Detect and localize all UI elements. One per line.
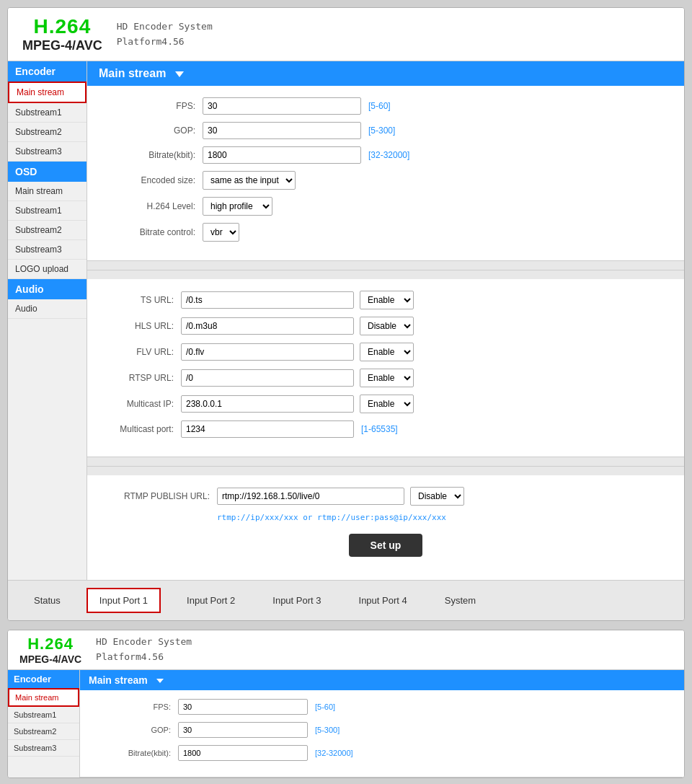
bitrate-input-2[interactable]: [178, 745, 308, 761]
sidebar-item-substream1[interactable]: Substream1: [8, 103, 86, 123]
bitrate-label-2: Bitrate(kbit):: [92, 749, 178, 757]
setup-btn-container: Set up: [102, 534, 670, 557]
gop-label: GOP:: [102, 125, 203, 136]
sidebar-item-main-stream[interactable]: Main stream: [8, 82, 86, 103]
sidebar-osd-header[interactable]: OSD: [8, 162, 86, 182]
bitrate-control-select[interactable]: vbr cbr: [203, 223, 239, 242]
encoded-size-row: Encoded size: same as the input 1920x108…: [102, 171, 670, 190]
bitrate-input[interactable]: [203, 146, 361, 164]
sidebar-item-substream3[interactable]: Substream3: [8, 142, 86, 162]
bitrate-control-label: Bitrate control:: [102, 227, 203, 237]
sidebar-osd-substream2[interactable]: Substream2: [8, 221, 86, 240]
header-info-2: HD Encoder System Platform4.56: [96, 635, 192, 665]
fps-label-2: FPS:: [92, 702, 178, 711]
hls-url-select[interactable]: Disable Enable: [360, 317, 414, 335]
header-info-line1: HD Encoder System: [117, 19, 213, 35]
flv-url-input[interactable]: [181, 343, 354, 361]
setup-button[interactable]: Set up: [349, 534, 423, 557]
header-info-line2: Platform4.56: [117, 35, 213, 50]
sidebar-item-substream2-2[interactable]: Substream2: [8, 723, 79, 740]
tab-input-port-3[interactable]: Input Port 3: [261, 589, 332, 612]
content-area-1: Encoder Main stream Substream1 Substream…: [8, 61, 684, 580]
sidebar-item-substream3-2[interactable]: Substream3: [8, 740, 79, 757]
header-info2-line2: Platform4.56: [96, 650, 192, 665]
page-wrapper: H.264 MPEG-4/AVC HD Encoder System Platf…: [0, 0, 692, 784]
gop-label-2: GOP:: [92, 726, 178, 734]
rtmp-row: RTMP PUBLISH URL: Disable Enable: [102, 487, 670, 506]
tab-input-port-4[interactable]: Input Port 4: [347, 589, 419, 612]
ts-url-select[interactable]: Enable Disable: [360, 291, 414, 309]
sidebar-item-substream1-2[interactable]: Substream1: [8, 707, 79, 723]
rtmp-hint: rtmp://ip/xxx/xxx or rtmp://user:pass@ip…: [217, 513, 670, 522]
rtsp-url-label: RTSP URL:: [102, 373, 181, 383]
hls-url-input[interactable]: [181, 317, 354, 335]
panel-2: H.264 MPEG-4/AVC HD Encoder System Platf…: [7, 630, 685, 778]
h264-level-select[interactable]: high profile main profile baseline: [203, 197, 272, 216]
main-panel-2: Main stream FPS: [5-60] GOP: [5-300]: [80, 670, 684, 778]
sidebar-1: Encoder Main stream Substream1 Substream…: [8, 61, 87, 580]
sidebar-item-substream2[interactable]: Substream2: [8, 123, 86, 142]
bitrate-hint: [32-32000]: [368, 150, 409, 160]
sidebar-audio[interactable]: Audio: [8, 299, 86, 319]
stream-header-arrow: [175, 71, 184, 77]
multicast-ip-input[interactable]: [181, 395, 354, 413]
bottom-tabs-1: Status Input Port 1 Input Port 2 Input P…: [8, 580, 684, 620]
gop-hint: [5-300]: [368, 125, 395, 136]
tab-input-port-2[interactable]: Input Port 2: [175, 589, 247, 612]
rtsp-url-input[interactable]: [181, 369, 354, 387]
fps-hint-2: [5-60]: [315, 702, 335, 711]
sidebar-encoder-header-2[interactable]: Encoder: [8, 670, 79, 688]
bitrate-row-2: Bitrate(kbit): [32-32000]: [92, 745, 673, 761]
stream-header-title-2: Main stream: [89, 674, 148, 686]
multicast-ip-row: Multicast IP: Enable Disable: [102, 395, 670, 413]
header-info2-line1: HD Encoder System: [96, 635, 192, 650]
sidebar-osd-substream1[interactable]: Substream1: [8, 201, 86, 221]
ts-url-row: TS URL: Enable Disable: [102, 291, 670, 309]
url-section-1: TS URL: Enable Disable HLS URL: Disable …: [87, 279, 684, 457]
sidebar-osd-substream3[interactable]: Substream3: [8, 240, 86, 260]
multicast-port-hint: [1-65535]: [361, 424, 398, 434]
ts-url-input[interactable]: [181, 291, 354, 309]
bitrate-label: Bitrate(kbit):: [102, 150, 203, 160]
header-logo-2: H.264 MPEG-4/AVC: [19, 635, 81, 665]
rtmp-select[interactable]: Disable Enable: [410, 487, 464, 506]
header-2: H.264 MPEG-4/AVC HD Encoder System Platf…: [8, 630, 684, 670]
form-area-2: FPS: [5-60] GOP: [5-300] Bitrate(kbit): …: [80, 690, 684, 778]
tab-input-port-1[interactable]: Input Port 1: [86, 588, 161, 613]
sidebar-osd-logo[interactable]: LOGO upload: [8, 260, 86, 279]
multicast-port-input[interactable]: [181, 420, 354, 438]
flv-url-select[interactable]: Enable Disable: [360, 343, 414, 361]
gop-row: GOP: [5-300]: [102, 122, 670, 139]
mpeg-title: MPEG-4/AVC: [22, 38, 102, 53]
sidebar-2: Encoder Main stream Substream1 Substream…: [8, 670, 80, 778]
rtmp-section-1: RTMP PUBLISH URL: Disable Enable rtmp://…: [87, 475, 684, 580]
hls-url-label: HLS URL:: [102, 321, 181, 331]
rtsp-url-select[interactable]: Enable Disable: [360, 369, 414, 387]
sidebar-encoder-header[interactable]: Encoder: [8, 61, 86, 82]
stream-header-title: Main stream: [99, 67, 166, 79]
sidebar-osd-main-stream[interactable]: Main stream: [8, 182, 86, 201]
sidebar-item-main-stream-2[interactable]: Main stream: [8, 688, 79, 707]
multicast-ip-label: Multicast IP:: [102, 399, 181, 409]
bitrate-hint-2: [32-32000]: [315, 749, 353, 757]
gop-input[interactable]: [203, 122, 361, 139]
gop-input-2[interactable]: [178, 722, 308, 738]
gop-row-2: GOP: [5-300]: [92, 722, 673, 738]
fps-input[interactable]: [203, 97, 361, 115]
header-info-1: HD Encoder System Platform4.56: [117, 19, 213, 50]
h264-level-row: H.264 Level: high profile main profile b…: [102, 197, 670, 216]
sidebar-audio-header[interactable]: Audio: [8, 279, 86, 299]
multicast-port-row: Multicast port: [1-65535]: [102, 420, 670, 438]
h264-level-label: H.264 Level:: [102, 201, 203, 211]
encoded-size-label: Encoded size:: [102, 175, 203, 185]
fps-input-2[interactable]: [178, 699, 308, 715]
gop-hint-2: [5-300]: [315, 726, 340, 734]
tab-system[interactable]: System: [433, 589, 487, 612]
encoded-size-select[interactable]: same as the input 1920x1080 1280x720 720…: [203, 171, 296, 190]
tab-status[interactable]: Status: [22, 589, 72, 612]
content-area-2: Encoder Main stream Substream1 Substream…: [8, 670, 684, 778]
flv-url-row: FLV URL: Enable Disable: [102, 343, 670, 361]
stream-header-1: Main stream: [87, 61, 684, 86]
rtmp-input[interactable]: [217, 488, 404, 505]
multicast-ip-select[interactable]: Enable Disable: [360, 395, 414, 413]
